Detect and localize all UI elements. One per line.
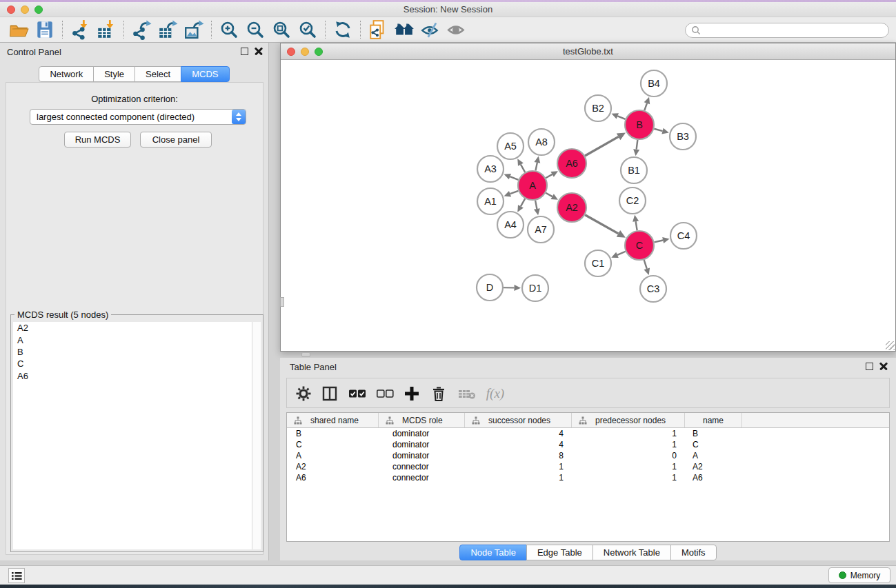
result-item[interactable]: A2 — [13, 322, 252, 334]
zoom-fit-button[interactable] — [268, 19, 295, 41]
cell-shared-name[interactable]: A6 — [287, 473, 379, 483]
delete-table-button[interactable] — [455, 378, 479, 409]
cell-shared-name[interactable]: B — [287, 429, 379, 438]
column-header-mcds-role[interactable]: MCDS role — [379, 413, 465, 427]
result-list-scrollbar[interactable] — [252, 322, 261, 549]
export-network-button[interactable] — [128, 19, 155, 41]
search-input[interactable] — [701, 26, 883, 35]
cell-successor-nodes[interactable]: 4 — [465, 429, 572, 438]
table-row[interactable]: A6connector11A6 — [287, 472, 889, 483]
table-row[interactable]: Cdominator41C — [287, 439, 889, 450]
unselect-all-button[interactable] — [374, 378, 396, 409]
graph-edge-A2-C[interactable] — [585, 215, 618, 234]
control-tab-select[interactable]: Select — [135, 66, 181, 82]
zoom-selected-button[interactable] — [295, 19, 321, 41]
cell-successor-nodes[interactable]: 8 — [465, 451, 572, 460]
cell-mcds-role[interactable]: connector — [379, 462, 465, 472]
cell-name[interactable]: B — [685, 429, 742, 438]
cell-mcds-role[interactable]: dominator — [379, 440, 465, 449]
mcds-result-list[interactable]: A2ABCA6 — [13, 322, 252, 549]
close-panel-icon[interactable] — [255, 47, 263, 55]
graph-edge-A-A5[interactable] — [521, 165, 525, 172]
graph-edge-A-A1[interactable] — [510, 191, 519, 194]
save-session-button[interactable] — [32, 19, 58, 41]
node-table[interactable]: shared name MCDS role successor nodes pr… — [286, 412, 890, 542]
column-header-name[interactable]: name — [685, 413, 742, 427]
run-mcds-button[interactable]: Run MCDS — [64, 132, 131, 148]
table-settings-button[interactable] — [292, 378, 315, 409]
add-column-button[interactable] — [400, 378, 424, 409]
float-panel-icon[interactable] — [241, 48, 248, 55]
column-header-predecessor-nodes[interactable]: predecessor nodes — [572, 413, 685, 427]
select-all-button[interactable] — [346, 378, 368, 409]
graph-edge-A-A4[interactable] — [521, 199, 525, 206]
search-box[interactable] — [685, 23, 889, 38]
close-table-panel-icon[interactable] — [879, 362, 888, 370]
show-panels-button[interactable] — [8, 568, 25, 583]
cell-name[interactable]: A2 — [685, 462, 742, 472]
new-network-from-selection-button[interactable] — [365, 19, 391, 41]
cell-mcds-role[interactable]: dominator — [379, 451, 465, 460]
graph-edge-A-A7[interactable] — [535, 201, 537, 209]
graph-edge-C-C4[interactable] — [654, 241, 663, 243]
table-tab-motifs[interactable]: Motifs — [670, 545, 717, 560]
import-table-button[interactable] — [93, 19, 119, 41]
show-graphics-details-button[interactable] — [444, 19, 470, 41]
graph-edge-B-B2[interactable] — [617, 116, 625, 119]
table-row[interactable]: Adominator80A — [287, 450, 889, 461]
graph-edge-A-A3[interactable] — [510, 176, 518, 180]
graph-edge-C-C1[interactable] — [617, 252, 626, 255]
app-titlebar[interactable]: Session: New Session — [0, 2, 896, 17]
home-button[interactable] — [391, 19, 417, 41]
control-tab-mcds[interactable]: MCDS — [181, 66, 229, 82]
import-network-button[interactable] — [67, 19, 93, 41]
cell-name[interactable]: A6 — [685, 473, 742, 483]
network-canvas[interactable]: B4B2BB3A5A8A6A3B1AA1C2A2A4A7C4CC1DD1C3 — [281, 60, 895, 351]
column-header-successor-nodes[interactable]: successor nodes — [465, 413, 572, 427]
cell-name[interactable]: A — [685, 451, 742, 460]
cell-shared-name[interactable]: A2 — [287, 462, 379, 472]
graph-edge-B-B1[interactable] — [637, 140, 638, 150]
cell-mcds-role[interactable]: connector — [379, 473, 465, 483]
cell-predecessor-nodes[interactable]: 1 — [572, 462, 685, 472]
table-tab-edge-table[interactable]: Edge Table — [526, 545, 593, 560]
result-item[interactable]: C — [13, 358, 252, 369]
cell-name[interactable]: C — [685, 440, 742, 449]
cell-mcds-role[interactable]: dominator — [379, 429, 465, 438]
cell-successor-nodes[interactable]: 4 — [465, 440, 572, 449]
refresh-button[interactable] — [330, 19, 356, 41]
horizontal-splitter-grip[interactable] — [301, 352, 310, 357]
table-tab-network-table[interactable]: Network Table — [593, 545, 671, 560]
cell-successor-nodes[interactable]: 1 — [465, 462, 572, 472]
close-panel-button[interactable]: Close panel — [140, 132, 212, 148]
open-session-button[interactable] — [6, 19, 32, 41]
cell-predecessor-nodes[interactable]: 1 — [572, 440, 685, 449]
float-table-panel-icon[interactable] — [866, 363, 873, 370]
result-item[interactable]: A — [13, 334, 252, 345]
cell-shared-name[interactable]: A — [287, 451, 379, 460]
criterion-dropdown[interactable]: largest connected component (directed) — [30, 109, 246, 125]
graph-edge-B-B3[interactable] — [654, 129, 662, 131]
table-tab-node-table[interactable]: Node Table — [459, 545, 527, 560]
cell-successor-nodes[interactable]: 1 — [465, 473, 572, 483]
graph-edge-C-C3[interactable] — [644, 260, 647, 269]
cell-predecessor-nodes[interactable]: 1 — [572, 473, 685, 483]
graph-edge-A-A6[interactable] — [546, 174, 552, 178]
left-splitter-grip[interactable] — [280, 297, 284, 307]
delete-column-button[interactable] — [428, 378, 450, 409]
table-row[interactable]: A2connector11A2 — [287, 461, 889, 472]
table-row[interactable]: Bdominator41B — [287, 428, 889, 439]
zoom-in-button[interactable] — [216, 19, 242, 41]
export-image-button[interactable] — [181, 19, 207, 41]
cell-predecessor-nodes[interactable]: 1 — [572, 429, 685, 438]
window-resize-grip[interactable] — [886, 341, 895, 350]
show-columns-button[interactable] — [319, 378, 341, 409]
function-builder-button[interactable]: f(x) — [481, 378, 509, 409]
control-tab-style[interactable]: Style — [93, 66, 135, 82]
graph-edge-A6-B[interactable] — [585, 136, 619, 156]
result-item[interactable]: A6 — [13, 370, 252, 382]
graph-edge-A-A8[interactable] — [535, 163, 537, 171]
graph-edge-B-B4[interactable] — [644, 103, 647, 110]
graph-edge-A-A2[interactable] — [546, 193, 552, 196]
column-header-shared-name[interactable]: shared name — [287, 413, 379, 427]
